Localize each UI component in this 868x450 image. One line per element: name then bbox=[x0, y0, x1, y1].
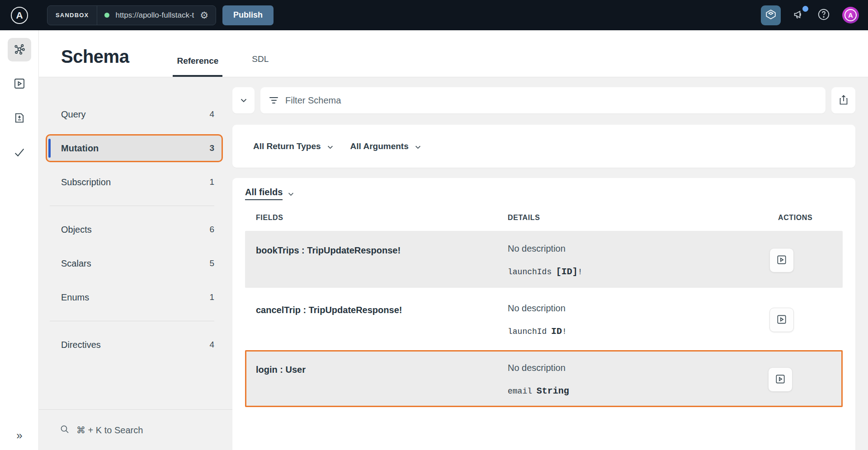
expand-rail-button[interactable]: » bbox=[0, 429, 39, 442]
filter-schema-input[interactable] bbox=[285, 95, 816, 106]
play-square-icon bbox=[774, 373, 786, 386]
cube-icon bbox=[765, 9, 777, 22]
schema-graph-icon bbox=[13, 42, 26, 57]
gear-icon[interactable]: ⚙ bbox=[200, 10, 208, 20]
nav-item-query[interactable]: Query 4 bbox=[47, 102, 222, 127]
play-square-icon bbox=[776, 314, 788, 327]
publish-button[interactable]: Publish bbox=[222, 5, 274, 25]
nav-item-subscription[interactable]: Subscription 1 bbox=[47, 169, 222, 195]
all-fields-dropdown[interactable]: All fields bbox=[245, 187, 855, 200]
question-circle-icon bbox=[817, 8, 830, 23]
field-name[interactable]: cancelTrip : TripUpdateResponse! bbox=[256, 303, 508, 337]
nav-count: 1 bbox=[209, 292, 214, 302]
run-in-explorer-button[interactable] bbox=[769, 308, 794, 332]
notification-dot bbox=[802, 6, 808, 12]
filter-schema-field[interactable] bbox=[260, 87, 826, 113]
nav-item-mutation[interactable]: Mutation 3 bbox=[47, 136, 222, 161]
left-icon-rail: » bbox=[0, 30, 39, 450]
rail-item-schema[interactable] bbox=[8, 38, 31, 61]
nav-item-objects[interactable]: Objects 6 bbox=[47, 217, 222, 242]
endpoint-url-segment[interactable]: https://apollo-fullstack-t ⚙ bbox=[97, 10, 216, 20]
endpoint-url[interactable]: https://apollo-fullstack-t bbox=[115, 11, 194, 20]
chevron-down-icon bbox=[241, 97, 247, 104]
argument-name[interactable]: launchId bbox=[508, 327, 547, 336]
run-in-explorer-button[interactable] bbox=[769, 248, 794, 272]
announcements-button[interactable] bbox=[793, 8, 805, 22]
chevron-down-icon bbox=[327, 141, 333, 151]
chevron-down-icon bbox=[415, 141, 421, 151]
field-description: No description bbox=[508, 303, 766, 314]
share-export-icon bbox=[838, 94, 849, 107]
field-description: No description bbox=[508, 244, 766, 254]
nav-count: 5 bbox=[209, 258, 214, 268]
return-types-dropdown[interactable]: All Return Types bbox=[253, 141, 333, 151]
share-button[interactable] bbox=[831, 87, 855, 113]
apollo-logo[interactable]: A bbox=[0, 7, 39, 24]
argument-name[interactable]: launchIds bbox=[508, 267, 552, 277]
field-details: No description email String bbox=[508, 363, 764, 396]
nav-item-enums[interactable]: Enums 1 bbox=[47, 285, 222, 310]
run-in-explorer-button[interactable] bbox=[768, 367, 793, 392]
argument-type[interactable]: ID bbox=[551, 326, 562, 337]
return-types-label: All Return Types bbox=[253, 141, 321, 151]
apollo-logo-icon: A bbox=[11, 7, 28, 24]
table-row: cancelTrip : TripUpdateResponse! No desc… bbox=[245, 291, 843, 347]
nav-label: Enums bbox=[61, 292, 209, 303]
chevron-down-icon bbox=[288, 190, 294, 198]
rail-item-explorer[interactable] bbox=[8, 72, 31, 96]
actions-cell bbox=[766, 303, 843, 337]
search-shortcut[interactable]: ⌘ + K to Search bbox=[39, 409, 232, 450]
all-fields-label: All fields bbox=[245, 187, 283, 200]
app-screen: A SANDBOX https://apollo-fullstack-t ⚙ P… bbox=[0, 0, 868, 450]
rail-item-changelog[interactable] bbox=[8, 107, 31, 130]
sandbox-badge: SANDBOX bbox=[47, 6, 97, 25]
filter-icon bbox=[269, 97, 278, 104]
table-row: bookTrips : TripUpdateResponse! No descr… bbox=[245, 231, 843, 288]
column-header-fields: FIELDS bbox=[256, 214, 508, 222]
field-argument: email String bbox=[508, 386, 764, 396]
filter-mode-dropdown[interactable] bbox=[232, 87, 255, 113]
nav-item-directives[interactable]: Directives 4 bbox=[47, 332, 222, 357]
nav-count: 1 bbox=[209, 177, 214, 187]
sandbox-label: SANDBOX bbox=[56, 12, 89, 19]
table-row: login : User No description email String bbox=[245, 350, 843, 407]
filter-row bbox=[232, 87, 855, 113]
field-details: No description launchId ID! bbox=[508, 303, 766, 337]
avatar[interactable]: A bbox=[842, 7, 859, 23]
page-title: Schema bbox=[61, 47, 129, 67]
argument-type[interactable]: [ID] bbox=[556, 267, 578, 277]
top-bar: A SANDBOX https://apollo-fullstack-t ⚙ P… bbox=[0, 0, 868, 30]
field-name[interactable]: bookTrips : TripUpdateResponse! bbox=[256, 244, 508, 277]
argument-suffix: ! bbox=[578, 267, 583, 277]
nav-divider bbox=[50, 321, 214, 321]
avatar-letter: A bbox=[844, 9, 857, 21]
rail-item-checks[interactable] bbox=[8, 141, 31, 164]
sandbox-cube-button[interactable] bbox=[761, 5, 781, 25]
nav-divider bbox=[50, 206, 214, 206]
argument-type[interactable]: String bbox=[537, 386, 569, 396]
field-name[interactable]: login : User bbox=[256, 363, 508, 396]
play-square-icon bbox=[13, 77, 26, 92]
arguments-dropdown[interactable]: All Arguments bbox=[350, 141, 421, 151]
table-header-row: FIELDS DETAILS ACTIONS bbox=[245, 200, 843, 231]
nav-label: Query bbox=[61, 109, 209, 120]
help-button[interactable] bbox=[817, 8, 830, 23]
fields-table-card: All fields FIELDS DETAILS ACTIONS bookTr… bbox=[232, 178, 855, 450]
tab-sdl[interactable]: SDL bbox=[248, 54, 273, 77]
nav-count: 3 bbox=[209, 143, 214, 153]
checkmark-icon bbox=[12, 145, 27, 161]
endpoint-bar: SANDBOX https://apollo-fullstack-t ⚙ bbox=[47, 5, 216, 25]
page-header: Schema Reference SDL bbox=[39, 30, 868, 77]
column-header-details: DETAILS bbox=[508, 214, 766, 222]
actions-cell bbox=[766, 244, 843, 277]
file-plus-minus-icon bbox=[13, 111, 26, 126]
schema-type-nav: Query 4 Mutation 3 Subscription 1 Object… bbox=[39, 77, 232, 450]
tabs: Reference SDL bbox=[173, 30, 273, 77]
nav-item-scalars[interactable]: Scalars 5 bbox=[47, 251, 222, 276]
argument-name[interactable]: email bbox=[508, 387, 532, 396]
main-content: All Return Types All Arguments All fiel bbox=[232, 77, 855, 450]
argument-suffix: ! bbox=[562, 327, 567, 336]
nav-count: 6 bbox=[209, 225, 214, 234]
tab-reference[interactable]: Reference bbox=[173, 56, 222, 77]
topbar-right-actions: A bbox=[761, 5, 868, 25]
